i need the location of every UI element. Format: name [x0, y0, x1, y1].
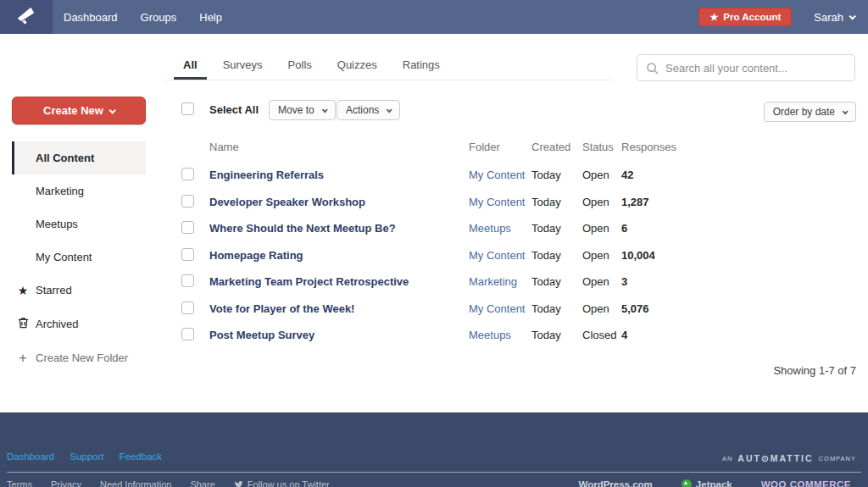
table-row: Developer Speaker Workshop My Content To… — [166, 193, 856, 219]
automattic-logo: AN AUT⊙MATTIC COMPANY — [722, 453, 856, 463]
row-checkbox[interactable] — [181, 248, 194, 261]
created-cell: Today — [531, 302, 561, 315]
create-folder-label: Create New Folder — [36, 351, 128, 364]
tab-surveys[interactable]: Surveys — [223, 58, 263, 80]
chevron-down-icon — [849, 13, 855, 19]
pagination-summary: Showing 1-7 of 7 — [773, 364, 856, 377]
footer-link-privacy[interactable]: Privacy — [51, 479, 81, 487]
folder-label: My Content — [36, 251, 92, 263]
folder-label: Marketing — [36, 185, 84, 197]
tab-all[interactable]: All — [174, 58, 207, 80]
table-row: Where Should the Next Meetup Be? Meetups… — [166, 219, 856, 246]
select-all-label: Select All — [209, 103, 259, 116]
footer-link-dashboard[interactable]: Dashboard — [7, 451, 54, 462]
create-new-folder-button[interactable]: + Create New Folder — [12, 341, 146, 374]
sidebar-item-meetups[interactable]: Meetups — [12, 208, 146, 241]
responses-cell: 5,076 — [621, 302, 649, 315]
status-cell: Closed — [582, 329, 616, 341]
content-name-link[interactable]: Marketing Team Project Retrospective — [209, 275, 409, 288]
order-by-dropdown[interactable]: Order by date — [764, 102, 856, 122]
nav-item-groups[interactable]: Groups — [141, 11, 177, 24]
table-row: Engineering Referrals My Content Today O… — [166, 166, 856, 192]
chevron-down-icon — [321, 107, 327, 113]
column-header-responses: Responses — [621, 141, 676, 153]
folder-link[interactable]: My Content — [469, 169, 525, 181]
user-menu[interactable]: Sarah — [814, 11, 854, 24]
folder-link[interactable]: Meetups — [469, 222, 511, 235]
chevron-down-icon — [843, 108, 849, 114]
footer-link-twitter[interactable]: Follow us on Twitter — [234, 479, 330, 487]
row-checkbox[interactable] — [181, 274, 194, 287]
select-all-checkbox[interactable] — [181, 102, 194, 115]
column-header-name: Name — [209, 141, 239, 153]
content-name-link[interactable]: Where Should the Next Meetup Be? — [209, 222, 396, 235]
footer-link-need-information[interactable]: Need Information — [100, 479, 171, 487]
tab-polls[interactable]: Polls — [288, 58, 312, 80]
crowdsignal-logo[interactable] — [0, 0, 53, 34]
row-checkbox[interactable] — [181, 195, 194, 208]
star-icon: ★ — [709, 13, 718, 22]
actions-dropdown[interactable]: Actions — [337, 100, 400, 120]
column-header-status: Status — [582, 141, 614, 153]
status-cell: Open — [582, 196, 609, 208]
created-cell: Today — [531, 329, 561, 341]
footer-link-terms[interactable]: Terms — [7, 479, 32, 487]
table-row: Post Meetup Survey Meetups Today Closed … — [166, 326, 856, 352]
responses-cell: 4 — [621, 329, 627, 341]
content-name-link[interactable]: Vote for Player of the Week! — [209, 302, 354, 315]
row-checkbox[interactable] — [181, 302, 194, 314]
folder-link[interactable]: Marketing — [469, 275, 517, 288]
row-checkbox[interactable] — [181, 328, 194, 340]
sidebar-item-starred[interactable]: ★ Starred — [12, 274, 146, 307]
move-to-dropdown[interactable]: Move to — [269, 100, 336, 120]
top-navbar: Dashboard Groups Help ★ Pro Account Sara… — [0, 0, 868, 34]
jetpack-logo[interactable]: Jetpack — [682, 479, 732, 487]
footer-link-support[interactable]: Support — [70, 451, 103, 462]
folder-link[interactable]: My Content — [469, 302, 525, 315]
folder-label: Meetups — [36, 218, 78, 230]
page-footer: Dashboard Support Feedback AN AUT⊙MATTIC… — [0, 412, 868, 487]
content-name-link[interactable]: Post Meetup Survey — [209, 329, 314, 341]
content-name-link[interactable]: Developer Speaker Workshop — [209, 196, 365, 208]
search-icon — [646, 62, 659, 75]
status-cell: Open — [582, 275, 609, 288]
status-cell: Open — [582, 222, 609, 235]
responses-cell: 6 — [621, 222, 627, 235]
tab-ratings[interactable]: Ratings — [403, 58, 440, 80]
table-row: Marketing Team Project Retrospective Mar… — [166, 273, 856, 299]
folder-label: All Content — [36, 152, 94, 164]
folder-link[interactable]: Meetups — [469, 329, 511, 341]
column-header-folder: Folder — [469, 141, 500, 153]
pro-account-label: Pro Account — [723, 12, 781, 22]
table-row: Vote for Player of the Week! My Content … — [166, 300, 856, 326]
folder-link[interactable]: My Content — [469, 196, 525, 208]
nav-item-dashboard[interactable]: Dashboard — [64, 11, 118, 24]
footer-divider — [7, 472, 861, 473]
pro-account-button[interactable]: ★ Pro Account — [698, 8, 792, 26]
plus-icon: + — [16, 351, 30, 365]
responses-cell: 1,287 — [621, 196, 649, 208]
row-checkbox[interactable] — [181, 168, 194, 180]
footer-link-share[interactable]: Share — [190, 479, 214, 487]
create-new-button[interactable]: Create New — [12, 97, 146, 125]
bulk-actions-toolbar: Select All Move to Actions Order by date — [166, 100, 856, 122]
partner-logos: WordPress.com Jetpack WOO COMMERCE — [578, 479, 861, 487]
search-input[interactable] — [665, 62, 846, 75]
table-header: Name Folder Created Status Responses — [166, 141, 856, 158]
content-name-link[interactable]: Homepage Rating — [209, 249, 303, 262]
nav-item-help[interactable]: Help — [199, 11, 222, 24]
sidebar-item-all-content[interactable]: All Content — [12, 141, 146, 174]
tab-quizzes[interactable]: Quizzes — [337, 58, 377, 80]
woocommerce-logo[interactable]: WOO COMMERCE — [761, 479, 851, 487]
content-name-link[interactable]: Engineering Referrals — [209, 169, 324, 181]
row-checkbox[interactable] — [181, 221, 194, 234]
folder-link[interactable]: My Content — [469, 249, 525, 262]
sidebar-item-archived[interactable]: Archived — [12, 307, 146, 340]
footer-link-feedback[interactable]: Feedback — [120, 451, 163, 462]
chevron-down-icon — [387, 107, 392, 113]
navbar-right: ★ Pro Account Sarah — [698, 8, 868, 26]
sidebar-item-marketing[interactable]: Marketing — [12, 174, 146, 208]
content-type-tabs: All Surveys Polls Quizzes Ratings — [166, 53, 610, 80]
wordpress-logo[interactable]: WordPress.com — [578, 479, 652, 487]
sidebar-item-my-content[interactable]: My Content — [12, 241, 146, 274]
